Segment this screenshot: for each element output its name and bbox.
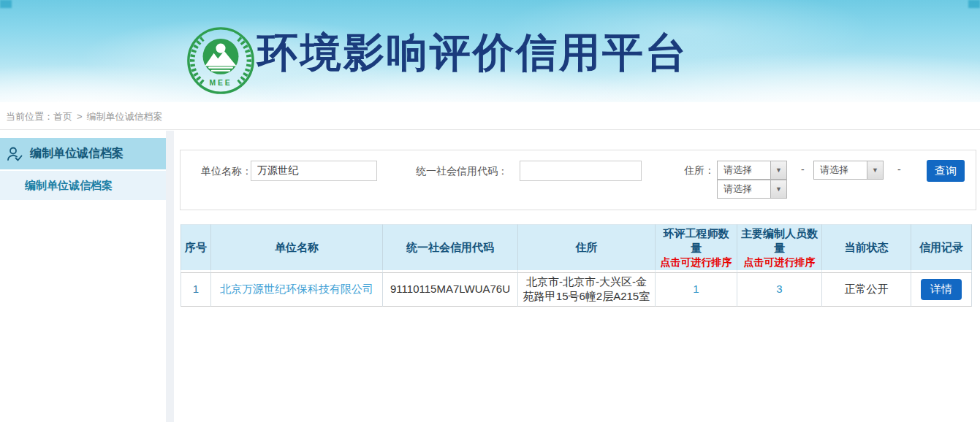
company-name-link[interactable]: 北京万源世纪环保科技有限公司: [220, 283, 373, 295]
address-dash: -: [897, 164, 901, 175]
site-banner: MEE 环境影响评价信用平台: [0, 0, 980, 102]
col-status: 当前状态: [822, 224, 911, 270]
query-button[interactable]: 查询: [927, 160, 965, 182]
col-staff-count-sortable[interactable]: 主要编制人员数量 点击可进行排序: [737, 224, 822, 270]
site-title: 环境影响评价信用平台: [257, 25, 688, 80]
sidebar-item-archive-group[interactable]: 编制单位诚信档案: [0, 138, 166, 169]
credit-code-label: 统一社会信用代码：: [416, 161, 508, 181]
breadcrumb-bar: 当前位置：首页>编制单位诚信档案: [0, 102, 980, 130]
status-cell: 正常公开: [822, 272, 911, 307]
breadcrumb-current: 编制单位诚信档案: [87, 111, 163, 122]
sidebar-item-label: 编制单位诚信档案: [30, 146, 124, 161]
sidebar-divider: [166, 131, 174, 422]
col-unit-name: 单位名称: [211, 224, 383, 270]
sort-hint[interactable]: 点击可进行排序: [658, 256, 734, 269]
logo-text: MEE: [210, 79, 232, 87]
col-engineer-count-sortable[interactable]: 环评工程师数量 点击可进行排序: [656, 224, 737, 270]
search-panel: 单位名称： 统一社会信用代码： 住所： 请选择 ▼ - 请选择 ▼ - 请选择 …: [180, 150, 976, 210]
breadcrumb: 当前位置：首页>编制单位诚信档案: [0, 102, 980, 123]
table-header-row: 序号 单位名称 统一社会信用代码 住所 环评工程师数量 点击可进行排序 主要编制…: [181, 224, 972, 270]
address-cell: 北京市-北京市-大兴区-金苑路甲15号6幢2层A215室: [518, 272, 656, 307]
sidebar-item-archive[interactable]: 编制单位诚信档案: [0, 171, 166, 200]
unit-name-input[interactable]: [251, 161, 377, 181]
mee-logo-icon: MEE: [186, 26, 255, 95]
district-select[interactable]: 请选择 ▼: [717, 180, 787, 199]
district-select-value: 请选择: [718, 180, 770, 198]
col-credit-record: 信用记录: [911, 224, 972, 270]
main-content: 单位名称： 统一社会信用代码： 住所： 请选择 ▼ - 请选择 ▼ - 请选择 …: [174, 131, 980, 422]
breadcrumb-prefix: 当前位置：: [6, 111, 53, 122]
address-label: 住所：: [684, 160, 715, 180]
sort-hint[interactable]: 点击可进行排序: [740, 256, 818, 269]
col-index: 序号: [181, 224, 211, 270]
chevron-down-icon[interactable]: ▼: [770, 161, 786, 179]
staff-count-link[interactable]: 3: [776, 283, 782, 295]
chevron-down-icon[interactable]: ▼: [770, 180, 786, 198]
table-row: 1 北京万源世纪环保科技有限公司 91110115MA7LWUA76U 北京市-…: [181, 272, 972, 307]
address-dash: -: [801, 164, 805, 175]
banner-corner-decoration: [0, 0, 12, 8]
credit-code-input[interactable]: [520, 161, 642, 181]
banner-corner-decoration: [968, 0, 980, 8]
chevron-down-icon[interactable]: ▼: [867, 161, 883, 179]
user-check-icon: [6, 145, 23, 163]
sidebar: 编制单位诚信档案 编制单位诚信档案: [0, 131, 166, 422]
page-body: 编制单位诚信档案 编制单位诚信档案 单位名称： 统一社会信用代码： 住所： 请选…: [0, 131, 980, 422]
unit-name-label: 单位名称：: [201, 161, 252, 181]
row-index: 1: [181, 272, 211, 307]
city-select[interactable]: 请选择 ▼: [813, 161, 884, 180]
detail-button[interactable]: 详情: [921, 279, 962, 300]
col-address: 住所: [518, 224, 656, 270]
sidebar-subitem-label: 编制单位诚信档案: [25, 179, 113, 193]
results-table-wrapper: 序号 单位名称 统一社会信用代码 住所 环评工程师数量 点击可进行排序 主要编制…: [181, 224, 972, 307]
breadcrumb-home-link[interactable]: 首页: [53, 111, 72, 122]
city-select-value: 请选择: [814, 161, 867, 179]
col-credit-code: 统一社会信用代码: [383, 224, 518, 270]
province-select[interactable]: 请选择 ▼: [717, 161, 787, 180]
results-table: 序号 单位名称 统一社会信用代码 住所 环评工程师数量 点击可进行排序 主要编制…: [181, 224, 972, 307]
credit-code-cell: 91110115MA7LWUA76U: [383, 272, 518, 307]
engineer-count-link[interactable]: 1: [693, 283, 699, 295]
province-select-value: 请选择: [718, 161, 770, 179]
breadcrumb-separator: >: [77, 111, 83, 122]
